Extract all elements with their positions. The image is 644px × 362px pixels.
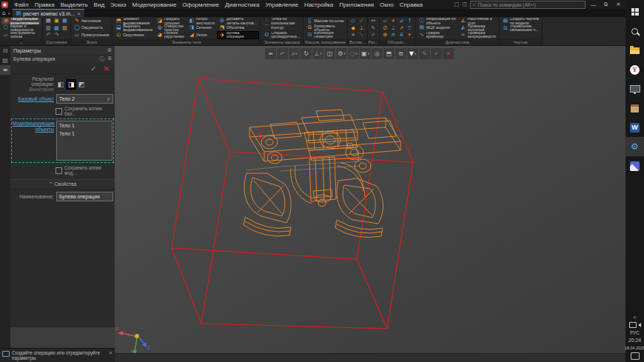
dock-tool-button[interactable]: ≡ — [265, 48, 276, 59]
yandex-browser-button[interactable]: Y — [625, 60, 644, 79]
file-explorer-button[interactable] — [625, 41, 644, 60]
circle-button[interactable]: ◯ Окружность — [73, 24, 110, 31]
render-mode-button[interactable]: ⚙▾ — [336, 48, 347, 59]
properties-section-header[interactable]: ⌃ Свойства — [10, 179, 115, 190]
preview-icon[interactable]: ▩ — [53, 25, 61, 33]
base-object-link[interactable]: Базовый объект — [12, 96, 56, 101]
continuity-check-button[interactable]: ≈ Проверка непрерывности — [459, 32, 497, 38]
collision-check-button[interactable]: ◭ Проверка коллизий — [459, 24, 497, 31]
group-label-sketch[interactable]: Эскиз — [71, 39, 112, 45]
archive-app-button[interactable] — [625, 98, 644, 118]
zoom-tool-button[interactable]: ⌕▾ — [289, 48, 300, 59]
name-field[interactable]: Булева операция — [56, 192, 113, 201]
cancel-operation-button[interactable]: ✕ — [104, 64, 110, 73]
notification-center-icon[interactable] — [631, 352, 640, 360]
list-item[interactable]: Тело 1 — [57, 121, 112, 130]
axis-line-icon[interactable]: ⟋ — [358, 18, 366, 25]
group-label-dimensions[interactable]: Раз... — [368, 39, 379, 45]
tree-panel-icon[interactable]: ⊟ — [0, 46, 10, 56]
rectangle-button[interactable]: ▭ Прямоугольник — [73, 32, 110, 38]
draft-button[interactable]: ◢ Уклон — [187, 32, 216, 38]
menu-view[interactable]: Вид — [91, 1, 107, 8]
info-object-button[interactable]: ⓘ Информация об объекте — [417, 18, 457, 24]
clock-time[interactable]: 20:24 — [628, 338, 641, 343]
group-label-modes[interactable]: ⌄ — [0, 39, 42, 45]
base-object-field[interactable]: Тело 2 ✕ — [56, 94, 113, 104]
menu-layout[interactable]: Оформление — [179, 1, 222, 8]
plane-3pt-icon[interactable]: ◆ — [349, 25, 358, 33]
group-label-body-elements[interactable]: Элементы тела — [113, 39, 260, 45]
menu-help[interactable]: Справка — [397, 1, 426, 8]
remote-desktop-button[interactable] — [625, 79, 644, 98]
group-label-diagnostics[interactable]: Диагностика — [416, 39, 499, 45]
viewport-confirm-button[interactable]: ✓ — [431, 48, 442, 59]
minimize-button[interactable]: — — [588, 2, 598, 7]
mass-props-button[interactable]: ▤ МЦХ модели — [417, 24, 457, 31]
mode-sketch-tools-button[interactable]: ▱ Инструменты эскиза — [1, 32, 41, 38]
menu-applications[interactable]: Приложения — [336, 1, 377, 8]
home-caret-icon[interactable]: ▾ — [8, 11, 10, 16]
group-label-system[interactable]: Системная — [43, 39, 70, 45]
autoline-button[interactable]: ✎ Автолиния — [73, 18, 110, 24]
menu-edit[interactable]: Правка — [32, 1, 58, 8]
extrude-button[interactable]: ⬒ Элемент выдавливания — [114, 18, 154, 24]
edit-pencil-button[interactable]: ✎ — [419, 48, 430, 59]
datum-icon[interactable]: ▽ — [406, 25, 414, 33]
menu-settings[interactable]: Настройка — [301, 1, 336, 8]
dim-check-icon[interactable]: ✓ — [369, 32, 378, 39]
home-icon[interactable]: ⌂ — [2, 10, 6, 16]
3d-viewport[interactable]: X Y Z ≡ ⌐ ⌕▾ ↻ ⊥▾ ◫ ⚙▾ ◌▾ ▣▾ ◎ ⬒ ⧉ ▼▾ — [115, 45, 625, 355]
manage-linked-button[interactable]: ⧉ Управление связанными ч... — [501, 25, 540, 33]
cross-icon[interactable]: + — [406, 32, 414, 39]
mode-wireframe-surfaces-button[interactable]: ⬡ Каркас и поверхности — [1, 24, 41, 31]
layout-icon-1[interactable]: ▢ — [455, 1, 460, 7]
confirm-operation-button[interactable]: ✓ — [90, 64, 96, 73]
dim-line-icon[interactable]: ↔ — [369, 18, 378, 25]
status-message-close-icon[interactable]: ✕ — [109, 350, 113, 361]
print-icon[interactable]: ▥ — [44, 25, 53, 33]
menu-diagnostics[interactable]: Диагностика — [222, 1, 262, 8]
redo-icon[interactable]: ↷ — [53, 32, 61, 39]
control-point-icon[interactable]: ∗ — [349, 32, 358, 39]
fillet-button[interactable]: ◵ Скругление — [114, 32, 154, 38]
fit-view-button[interactable]: ◎ — [372, 48, 383, 59]
clock-date[interactable]: 18.04.2025 — [625, 346, 644, 350]
document-tab[interactable]: ▤ расчет компас v3.m... ✕ — [13, 9, 84, 17]
layout-icon-2[interactable]: ◫ — [462, 1, 467, 7]
contour-button[interactable]: ⌒ Контур — [262, 24, 301, 31]
menu-modeling[interactable]: Моделирование — [129, 1, 179, 8]
copy-objects-button[interactable]: ⧉ Копировать объекты — [305, 24, 345, 31]
plane-offset-icon[interactable]: ◇ — [349, 18, 358, 25]
save-icon[interactable]: ▦ — [61, 18, 69, 25]
center-mark-icon[interactable]: ⊕ — [381, 32, 389, 39]
create-drawing-button[interactable]: ▤ Создать чертеж по модели — [501, 18, 540, 25]
tab-close-icon[interactable]: ✕ — [77, 11, 81, 16]
new-doc-icon[interactable]: ▤ — [44, 18, 53, 25]
filter-button[interactable]: ▼▾ — [407, 48, 418, 59]
menu-select[interactable]: Выделить — [58, 1, 91, 8]
modifying-objects-list[interactable]: Тело 1 Тело 1 — [56, 121, 113, 161]
boolean-union-button[interactable]: ◧ — [56, 80, 65, 89]
rotate-view-button[interactable]: ⬒ — [383, 48, 395, 59]
mode-solid-modeling-button[interactable]: ⬢ Твердотельное моделирование — [1, 18, 41, 24]
boolean-subtract-button[interactable]: ◨ — [67, 80, 76, 89]
rib-button[interactable]: ◧ Ребро жесткости — [187, 18, 216, 24]
section-button[interactable]: ◨ Сечение — [187, 24, 216, 31]
planes-tool-button[interactable]: ⊥▾ — [312, 48, 323, 59]
menu-window[interactable]: Окно — [377, 1, 397, 8]
close-button[interactable]: ✕ — [614, 1, 623, 7]
group-label-drawing[interactable]: Чертеж — [500, 39, 542, 45]
tray-expand-chevron[interactable]: < — [633, 315, 636, 320]
clipboard-icon[interactable]: ▧ — [61, 25, 69, 33]
menu-sketch[interactable]: Эскиз — [107, 1, 129, 8]
geometry-collection-button[interactable]: ⊟ Коллекция геометрии — [305, 32, 345, 38]
thicken-button[interactable]: ◪ Придать толщину — [155, 18, 186, 24]
save-mod-copies-checkbox[interactable] — [56, 167, 62, 174]
local-cs-icon[interactable]: ⊥ — [358, 25, 366, 33]
array-grid-button[interactable]: ⣿ Массив по сетке — [305, 18, 345, 24]
boolean-intersect-button[interactable]: ◩ — [77, 80, 86, 89]
operation-tree-icon[interactable]: ≣ — [107, 56, 112, 63]
thread-icon[interactable]: ≋ — [389, 32, 398, 39]
save-base-copy-checkbox[interactable] — [56, 108, 62, 115]
distance-angle-button[interactable]: ∠ Расстояние и угол — [459, 18, 497, 24]
